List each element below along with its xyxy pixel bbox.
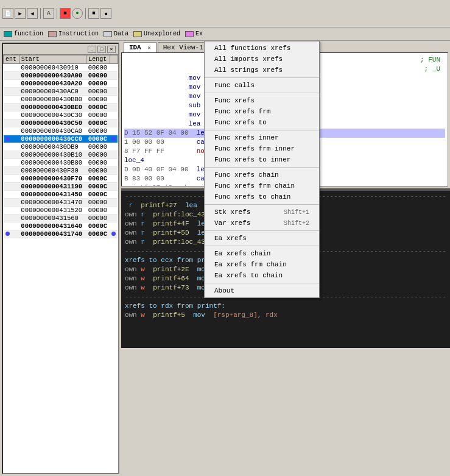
table-row[interactable]: 0000000000430A2000000 xyxy=(4,80,118,88)
col-length: Lengt xyxy=(86,55,110,64)
menu-item-label: Func xrefs to inner xyxy=(214,156,290,163)
cell-ent xyxy=(4,96,19,104)
menu-item-9[interactable]: Func xrefs to inner xyxy=(205,154,319,165)
menu-item-label: Func xrefs frm inner xyxy=(214,145,295,152)
cell-start: 000000000430DB0 xyxy=(19,143,86,151)
toolbar-icon-6[interactable]: ● xyxy=(72,8,83,19)
table-row[interactable]: 0000000000430B1000000 xyxy=(4,151,118,159)
menu-item-11[interactable]: Func xrefs frm chain xyxy=(205,180,319,191)
cell-length: 00000 xyxy=(86,159,110,167)
cell-length: 0000C xyxy=(86,183,110,191)
table-row[interactable]: 000000000430F3000000 xyxy=(4,167,118,175)
menu-separator xyxy=(205,77,319,78)
table-row[interactable]: 000000000043147000000 xyxy=(4,199,118,207)
tab-ida[interactable]: IDA ✕ xyxy=(124,42,156,52)
cell-ent xyxy=(4,230,19,238)
menu-item-3[interactable]: Func calls xyxy=(205,80,319,91)
legend-unexplored-color xyxy=(133,31,142,37)
cell-ent xyxy=(4,183,19,191)
menu-item-13[interactable]: Stk xrefsShift+1 xyxy=(205,207,319,218)
table-row[interactable]: 00000000004314500000C xyxy=(4,191,118,199)
maximize-button[interactable]: □ xyxy=(97,46,106,53)
table-row[interactable]: 0000000000430CA000000 xyxy=(4,127,118,135)
table-row[interactable]: 0000000000430CC00000C xyxy=(4,135,118,143)
menu-item-label: Ea xrefs xyxy=(214,235,247,242)
table-row[interactable]: 0000000000430C3000000 xyxy=(4,112,118,119)
cell-dot xyxy=(110,104,118,112)
table-row[interactable]: 0000000000430BE00000C xyxy=(4,104,118,112)
menu-item-4[interactable]: Func xrefs xyxy=(205,95,319,106)
xref-owner: own xyxy=(125,275,137,282)
table-row[interactable]: 000000000430DB000000 xyxy=(4,143,118,151)
toolbar-icon-3[interactable]: ◀ xyxy=(27,8,38,19)
menu-separator xyxy=(205,130,319,130)
table-row[interactable]: 00000000004311900000C xyxy=(4,183,118,191)
menu-item-15[interactable]: Ea xrefs xyxy=(205,233,319,244)
menu-item-1[interactable]: All imports xrefs xyxy=(205,54,319,65)
menu-item-label: Var xrefs xyxy=(214,219,250,227)
legend-function: function xyxy=(4,30,43,37)
menu-item-label: Stk xrefs xyxy=(214,208,250,216)
menu-item-8[interactable]: Func xrefs frm inner xyxy=(205,143,319,154)
cell-ent xyxy=(4,175,19,183)
cell-ent xyxy=(4,143,19,151)
table-row[interactable]: 0000000000430F700000C xyxy=(4,175,118,183)
close-button[interactable]: ✕ xyxy=(107,46,116,53)
minimize-button[interactable]: _ xyxy=(88,46,96,53)
menu-item-2[interactable]: All strings xrefs xyxy=(205,65,319,76)
cell-ent xyxy=(4,151,19,159)
table-row[interactable]: 00000000043156000000 xyxy=(4,215,118,222)
toolbar-icon-7[interactable]: ■ xyxy=(88,8,99,19)
xref-addr: printf+27 xyxy=(141,202,177,209)
cell-length: 00000 xyxy=(86,80,110,88)
toolbar-icon-2[interactable]: ▶ xyxy=(15,8,26,19)
cell-length: 0000C xyxy=(86,119,110,127)
table-row[interactable]: 0000000000430BB000000 xyxy=(4,96,118,104)
table-row[interactable]: 00000000004316400000C xyxy=(4,222,118,230)
table-row[interactable]: 000000000043152000000 xyxy=(4,207,118,215)
cell-start: 0000000000430CA0 xyxy=(19,127,86,135)
toolbar-separator-2 xyxy=(57,8,57,19)
cell-ent xyxy=(4,72,19,80)
cell-ent xyxy=(4,199,19,207)
cell-start: 0000000000430BE0 xyxy=(19,104,86,112)
menu-item-7[interactable]: Func xrefs inner xyxy=(205,132,319,143)
table-row[interactable]: 0000000000430B8000000 xyxy=(4,159,118,167)
xref-line: own w printf+5 mov [rsp+arg_8], rdx xyxy=(125,311,446,320)
toolbar-icon-5[interactable]: ■ xyxy=(60,8,71,19)
xref-owner: own xyxy=(125,220,137,227)
cell-ent xyxy=(4,112,19,119)
toolbar-icon-4[interactable]: A xyxy=(43,8,54,19)
menu-item-16[interactable]: Ea xrefs chain xyxy=(205,248,319,259)
menu-item-19[interactable]: About xyxy=(205,285,319,296)
cell-length: 00000 xyxy=(86,167,110,175)
cell-length: 00000 xyxy=(86,207,110,215)
menu-item-10[interactable]: Func xrefs chain xyxy=(205,169,319,180)
menu-item-0[interactable]: All functions xrefs xyxy=(205,43,319,54)
table-row[interactable]: 000000000430AC000000 xyxy=(4,88,118,96)
menu-item-6[interactable]: Func xrefs to xyxy=(205,117,319,128)
menu-item-14[interactable]: Var xrefsShift+2 xyxy=(205,218,319,229)
cell-ent xyxy=(4,64,19,72)
menu-item-12[interactable]: Func xrefs to chain xyxy=(205,191,319,202)
tab-ida-close[interactable]: ✕ xyxy=(147,45,150,51)
menu-separator xyxy=(205,167,319,168)
table-row[interactable]: 0000000000430A0000000 xyxy=(4,72,118,80)
table-row[interactable]: 0000000000430C500000C xyxy=(4,119,118,127)
cell-start: 0000000000430A20 xyxy=(19,80,86,88)
toolbar-separator-1 xyxy=(40,8,41,19)
table-row[interactable]: 00000000043091000000 xyxy=(4,64,118,72)
menu-item-label: Ea xrefs to chain xyxy=(214,272,283,279)
cell-ent xyxy=(4,119,19,127)
table-row[interactable]: 00000000004317400000C xyxy=(4,230,118,238)
cell-dot xyxy=(110,135,118,143)
cell-length: 0000C xyxy=(86,135,110,143)
toolbar-icon-8[interactable]: ◾ xyxy=(100,8,111,19)
panel-titlebar-buttons: _ □ ✕ xyxy=(88,46,116,53)
menu-item-17[interactable]: Ea xrefs frm chain xyxy=(205,259,319,270)
cell-dot xyxy=(110,207,118,215)
toolbar-icon-1[interactable]: 📄 xyxy=(2,8,13,19)
menu-item-5[interactable]: Func xrefs frm xyxy=(205,106,319,117)
menu-item-18[interactable]: Ea xrefs to chain xyxy=(205,270,319,281)
functions-table-scroll[interactable]: ent Start Lengt 000000000430910000000000… xyxy=(3,55,118,473)
